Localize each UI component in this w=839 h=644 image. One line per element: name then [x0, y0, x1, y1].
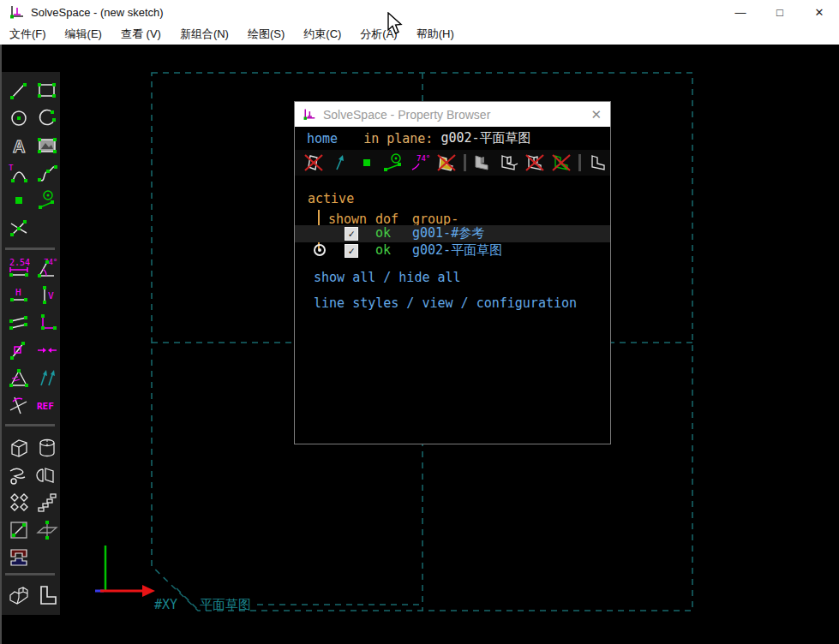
text-tool[interactable]: A [8, 134, 30, 157]
line-tool[interactable] [8, 80, 30, 102]
line-styles-link[interactable]: line styles [314, 295, 399, 311]
maximize-button[interactable]: □ [760, 0, 800, 24]
link-group-tool[interactable] [8, 519, 30, 541]
hide-workplanes-toggle[interactable] [303, 152, 326, 173]
menu-constrain[interactable]: 约束(C) [294, 24, 351, 45]
construction-tool[interactable] [36, 189, 58, 212]
symmetric-constraint-tool[interactable] [36, 339, 58, 361]
extrude-group-tool[interactable] [8, 437, 30, 459]
configuration-link[interactable]: configuration [476, 295, 577, 311]
workplane-chamfer [177, 588, 197, 609]
tangent-arc-tool[interactable]: T [8, 162, 30, 184]
horizontal-constraint-tool[interactable]: H [8, 284, 30, 307]
spline-tool[interactable] [36, 162, 58, 184]
toolbar-separator [5, 424, 55, 426]
outlines-toggle[interactable] [524, 152, 547, 173]
revolve-group-tool[interactable] [36, 464, 58, 486]
active-group-radio[interactable] [314, 244, 326, 256]
link-separator: / [453, 295, 476, 311]
show-part-tool[interactable] [8, 584, 30, 606]
dof-status: ok [375, 225, 391, 241]
view-link[interactable]: view [422, 295, 452, 311]
sketch-in-plane-tool[interactable] [36, 519, 58, 541]
toolbar-separator [5, 573, 55, 575]
mesh-toggle[interactable] [550, 152, 573, 173]
shown-checkbox[interactable]: ✓ [345, 227, 358, 241]
group-name-link[interactable]: g001-#参考 [412, 225, 484, 242]
constraints-toggle[interactable]: 74° [409, 152, 432, 173]
svg-text:H: H [15, 287, 21, 298]
other-angle-tool[interactable] [8, 394, 30, 416]
menubar: 文件(F) 编辑(E) 查看 (V) 新组合(N) 绘图(S) 约束(C) 分析… [0, 24, 839, 45]
x-axis-arrowhead [142, 585, 155, 597]
rotate-group-tool[interactable] [36, 492, 58, 514]
helix-group-tool[interactable] [8, 464, 30, 486]
parallel-normals-tool[interactable] [36, 367, 58, 389]
workplane-label-sketch[interactable]: 平面草图 [200, 597, 251, 612]
group-row-g001[interactable]: ✓ ok g001-#参考 [295, 225, 610, 242]
svg-text:2.54: 2.54 [9, 258, 30, 267]
property-browser-toolbar: 74° [295, 150, 610, 176]
menu-edit[interactable]: 编辑(E) [56, 24, 111, 45]
lathe-group-tool[interactable] [36, 437, 58, 459]
titlebar: SolveSpace - (new sketch) — □ ✕ [0, 0, 839, 24]
arc-tool[interactable] [36, 107, 58, 129]
normals-toggle[interactable] [329, 152, 352, 173]
property-browser-breadcrumb: home in plane: g002-平面草图 [295, 127, 610, 150]
reference-dimension-tool[interactable]: REF [36, 394, 58, 416]
property-browser-close-button[interactable]: ✕ [590, 102, 602, 127]
property-browser-title: SolveSpace - Property Browser [323, 108, 490, 122]
edges-toggle[interactable] [497, 152, 520, 173]
link-separator: / [375, 270, 399, 285]
group-row-g002[interactable]: ✓ ok g002-平面草图 [295, 242, 610, 259]
workplane-label-xy[interactable]: #XY [154, 597, 177, 612]
point-tool[interactable] [8, 189, 30, 212]
image-tool[interactable] [36, 134, 58, 157]
shaded-view-toggle[interactable] [470, 152, 494, 173]
menu-new-group[interactable]: 新组合(N) [171, 24, 238, 45]
show-hide-links: show all / hide all [314, 270, 461, 285]
construction-toggle[interactable] [382, 152, 405, 173]
shown-checkbox[interactable]: ✓ [345, 244, 358, 258]
hidden-lines-toggle[interactable] [585, 152, 608, 173]
menu-help[interactable]: 帮助(H) [407, 24, 464, 45]
angle-constraint-tool[interactable]: 74° [36, 257, 58, 279]
solvespace-logo-icon [8, 3, 25, 21]
menu-file[interactable]: 文件(F) [0, 24, 56, 45]
active-column-label: active [308, 191, 354, 206]
close-button[interactable]: ✕ [800, 0, 839, 24]
distance-constraint-tool[interactable]: 2.54 [8, 257, 30, 279]
hide-all-link[interactable]: hide all [399, 270, 460, 285]
show-sketch-tool[interactable] [36, 584, 58, 606]
property-browser-titlebar[interactable]: SolveSpace - Property Browser ✕ [295, 102, 610, 127]
points-toggle[interactable] [356, 152, 379, 173]
property-browser-window: SolveSpace - Property Browser ✕ home in … [294, 101, 611, 444]
group-name-link[interactable]: g002-平面草图 [412, 242, 502, 259]
translate-group-tool[interactable] [8, 492, 30, 514]
left-toolbar: A T 2.54 74° H V REF [2, 72, 60, 615]
solvespace-app: { "window": { "title": "SolveSpace - (ne… [0, 0, 839, 644]
menu-view[interactable]: 查看 (V) [111, 24, 171, 45]
equal-constraint-tool[interactable] [8, 367, 30, 389]
property-browser-content: active shown dof group-name ✓ ok g001-#参… [295, 176, 610, 444]
menu-sketch[interactable]: 绘图(S) [238, 24, 294, 45]
svg-text:REF: REF [37, 401, 54, 412]
perpendicular-constraint-tool[interactable] [36, 312, 58, 334]
vertical-constraint-tool[interactable]: V [36, 284, 58, 307]
step-repeat-group-tool[interactable] [8, 546, 30, 569]
parallel-constraint-tool[interactable] [8, 312, 30, 334]
show-all-link[interactable]: show all [314, 270, 375, 285]
split-curves-tool[interactable] [8, 217, 30, 239]
point-on-line-constraint-tool[interactable] [8, 339, 30, 361]
svg-text:V: V [48, 290, 54, 301]
faces-toggle[interactable] [435, 152, 458, 173]
toolbar-separator [578, 154, 581, 171]
minimize-button[interactable]: — [721, 0, 760, 24]
in-plane-label: in plane: [363, 131, 433, 146]
svg-text:A: A [13, 137, 25, 156]
window-border [0, 45, 2, 644]
window-title: SolveSpace - (new sketch) [31, 6, 164, 19]
rectangle-tool[interactable] [36, 80, 58, 102]
circle-tool[interactable] [8, 107, 30, 129]
home-link[interactable]: home [307, 131, 338, 146]
